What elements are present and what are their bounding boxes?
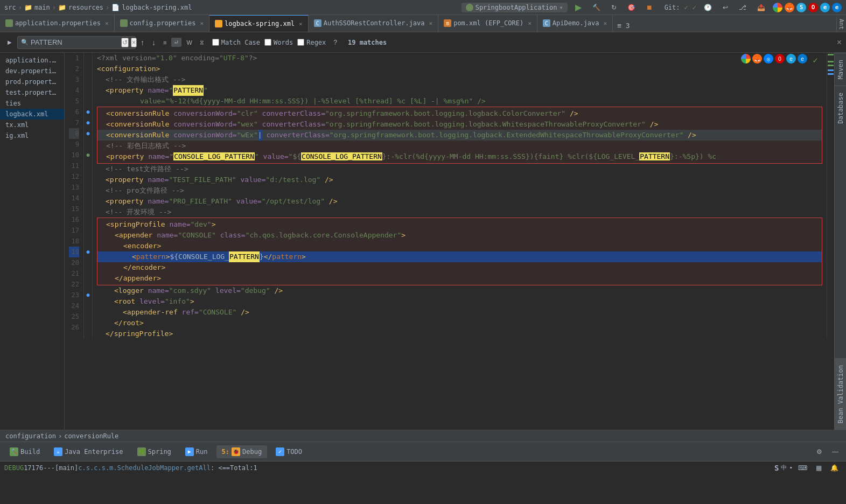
code-content[interactable]: <?xml version="1.0" encoding="UTF-8"?> <… [93,53,827,339]
code-line-26[interactable]: </springProfile> [97,328,822,339]
bottom-tab-todo[interactable]: ✓ TODO [270,445,307,458]
grid-button[interactable]: ▦ [813,463,825,473]
firefox-icon[interactable]: 🦊 [785,3,794,12]
code-line-23[interactable]: <root level="info" > [97,296,822,307]
search-input[interactable] [31,38,117,46]
editor[interactable]: ✓ 🦊 ◎ O e e 1 2 3 4 5 6 7 8 9 10 [65,53,834,430]
search-wrap-button[interactable]: ⤾ [171,38,181,47]
tab-application-properties[interactable]: application.properties × [0,15,115,32]
git-branch-button[interactable]: ⎇ [736,2,750,13]
code-line-22[interactable]: <logger name="com.sdyy" level="debug" /> [97,285,822,296]
code-line-4[interactable]: <property name= "PATTERN" [97,85,822,96]
ie-icon[interactable]: e [820,3,830,12]
sidebar-item-app-props[interactable]: application.properties [0,55,64,66]
side-tab-bean-validation[interactable]: Bean Validation [835,358,846,430]
event-log-button[interactable]: 🔔 [827,463,842,473]
search-word-button[interactable]: W [184,38,194,47]
tab-close-logback[interactable]: × [299,20,303,27]
scroll-minimap[interactable] [827,53,834,339]
search-find-all-button[interactable]: ≡ [160,38,169,47]
sidebar-item-logback[interactable]: logback.xml [0,109,64,120]
code-line-17[interactable]: <appender name="CONSOLE" class="ch.qos.l… [97,230,822,241]
code-line-16[interactable]: <springProfile name="dev" > [97,219,822,230]
side-tab-maven[interactable]: Maven [835,53,846,86]
code-line-24[interactable]: <appender-ref ref="CONSOLE" /> [97,307,822,318]
ie-browser-icon[interactable]: e [786,54,796,64]
breadcrumb-resources[interactable]: resources [68,4,103,11]
code-line-19[interactable]: <pattern> ${CONSOLE_LOG_PATTERN} </patte… [97,251,822,262]
coverage-button[interactable]: 🎯 [624,2,639,13]
sidebar-item-dev-props[interactable]: dev.properties [0,66,64,76]
tab-auth-controller[interactable]: C AuthSSORestController.java × [309,15,438,32]
bottom-breadcrumb-conversion-rule[interactable]: conversionRule [64,432,118,440]
words-checkbox[interactable] [264,39,271,46]
sidebar-item-prod-props[interactable]: prod.properties [0,76,64,87]
tab-close-pom[interactable]: × [528,20,532,27]
code-line-9[interactable]: <!-- 彩色日志格式 --> [97,141,822,151]
ant-side-tab[interactable]: Ant [836,17,846,32]
run-config[interactable]: SpringbootApplication ▾ [462,3,568,12]
tab-close-config[interactable]: × [200,20,204,27]
code-line-7[interactable]: <conversionRule conversionWord="wex" con… [97,119,822,130]
bottom-breadcrumb-configuration[interactable]: configuration [5,432,56,440]
edge-browser-icon[interactable]: e [798,54,807,64]
edge-icon[interactable]: e [832,3,842,12]
breadcrumb-logback[interactable]: logback-spring.xml [122,4,192,11]
sidebar-item-ig[interactable]: ig.xml [0,130,64,141]
tab-logback-xml[interactable]: logback-spring.xml × [209,15,309,32]
chrome-icon[interactable] [773,3,782,12]
match-case-option[interactable]: Match Case [212,39,260,46]
search-filter-button[interactable]: ⧖ [197,38,207,47]
sidebar-item-test-props[interactable]: test.properties [0,87,64,98]
close-search-button[interactable]: × [837,38,842,47]
code-line-3[interactable]: <!-- 文件输出格式 --> [97,74,822,85]
code-line-5[interactable]: value="%-12(%d{yyyy-MM-dd HH:mm:ss.SSS})… [97,96,822,107]
code-line-13[interactable]: <!-- pro文件路径 --> [97,185,822,196]
code-line-8[interactable]: <conversionRule conversionWord="wEx" | c… [97,130,822,141]
input-method-button[interactable]: ⌨ [795,463,810,473]
bottom-tab-debug[interactable]: 5: 🐞 Debug [216,445,268,458]
bottom-tab-run[interactable]: ▶ Run [180,445,213,458]
tab-api-demo[interactable]: C ApiDemo.java × [537,15,613,32]
tab-close-app-props[interactable]: × [105,20,109,27]
code-line-25[interactable]: </root> [97,318,822,328]
words-option[interactable]: Words [264,39,293,46]
code-line-2[interactable]: <configuration> [97,64,822,74]
bottom-tab-java-enterprise[interactable]: ☕ Java Enterprise [48,445,128,458]
chrome-browser-icon[interactable] [741,54,751,64]
git-undo-button[interactable]: ↩ [719,2,731,13]
tab-config-properties[interactable]: config.properties × [115,15,209,32]
code-line-18[interactable]: <encoder> [97,241,822,251]
bottom-tab-spring[interactable]: 🌿 Spring [132,445,177,458]
search-next-button[interactable]: ↓ [149,37,158,48]
regex-checkbox[interactable] [297,39,304,46]
bottom-minimize-button[interactable]: — [829,446,842,457]
tab-close-api[interactable]: × [604,20,607,27]
code-line-21[interactable]: </appender> [97,273,822,284]
safari-icon[interactable]: S [796,3,806,12]
breadcrumb-src[interactable]: src [4,4,16,11]
git-push-button[interactable]: 📤 [754,2,768,13]
sidebar-item-tx[interactable]: tx.xml [0,120,64,130]
search-expand-button[interactable]: ▶ [4,38,15,47]
safari-browser-icon[interactable]: ◎ [764,54,773,64]
code-line-10[interactable]: <property name="CONSOLE_LOG_PATTERN" val… [97,151,822,162]
code-line-14[interactable]: <property name="PRO_FILE_PATH" value="/o… [97,196,822,207]
reload-button[interactable]: ↻ [608,2,620,13]
bottom-settings-button[interactable]: ⚙ [813,446,826,457]
bottom-tab-build[interactable]: 🔨 Build [4,445,45,458]
opera-browser-icon[interactable]: O [775,54,785,64]
firefox-browser-icon[interactable]: 🦊 [752,54,762,64]
run-config-dropdown-icon[interactable]: ▾ [559,4,563,11]
search-clear-button[interactable]: ↺ [121,38,129,47]
run-button[interactable]: ▶ [572,1,585,14]
search-prev-button[interactable]: ↑ [138,37,147,48]
sidebar-item-ties[interactable]: ties [0,98,64,109]
git-time-button[interactable]: 🕐 [701,2,715,13]
code-line-20[interactable]: </encoder> [97,262,822,273]
match-case-checkbox[interactable] [212,39,219,46]
code-line-11[interactable]: <!-- test文件路径 --> [97,164,822,174]
tab-close-auth[interactable]: × [429,20,433,27]
tab-pom[interactable]: m pom.xml (EFP_CORE) × [438,15,537,32]
code-line-6[interactable]: <conversionRule conversionWord="clr" con… [97,108,822,119]
